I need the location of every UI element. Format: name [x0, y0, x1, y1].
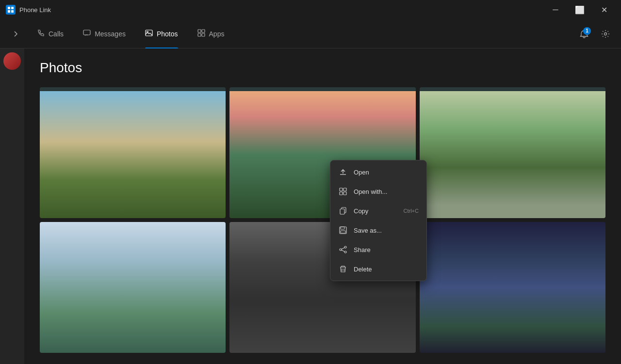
app-title: Phone Link [19, 6, 51, 14]
photos-icon [145, 29, 153, 39]
nav-item-messages[interactable]: Messages [73, 19, 135, 48]
nav-label-messages: Messages [95, 30, 126, 38]
notification-button[interactable]: 1 [576, 26, 592, 42]
copy-label: Copy [354, 207, 368, 215]
photo-item-6[interactable] [420, 222, 605, 353]
svg-rect-10 [202, 33, 205, 36]
nav-label-photos: Photos [157, 30, 178, 38]
nav-expand-button[interactable] [8, 26, 23, 42]
nav-item-photos[interactable]: Photos [135, 19, 188, 48]
svg-rect-9 [198, 33, 201, 36]
svg-rect-12 [340, 188, 343, 191]
svg-rect-4 [83, 30, 90, 35]
messages-icon [83, 29, 91, 39]
svg-rect-19 [341, 227, 344, 229]
open-with-label: Open with... [354, 188, 387, 195]
open-with-icon [338, 187, 348, 196]
open-label: Open [354, 169, 369, 176]
svg-rect-2 [8, 10, 10, 13]
photo-item-4[interactable] [40, 222, 226, 353]
svg-point-21 [340, 249, 342, 251]
main-content: Photos [24, 48, 621, 364]
nav-bar: Calls Messages Photos [0, 19, 621, 48]
context-menu-share[interactable]: Share [330, 240, 426, 259]
nav-label-calls: Calls [49, 30, 64, 38]
svg-rect-3 [11, 10, 14, 13]
copy-shortcut: Ctrl+C [404, 208, 419, 214]
svg-rect-8 [202, 30, 205, 32]
svg-rect-14 [340, 192, 343, 195]
open-icon [338, 167, 348, 177]
page-title: Photos [40, 60, 605, 76]
svg-rect-17 [340, 209, 344, 214]
context-menu-open[interactable]: Open [330, 162, 426, 182]
sidebar [0, 48, 24, 364]
share-icon [338, 245, 348, 254]
svg-rect-15 [343, 192, 346, 195]
calls-icon [37, 29, 45, 39]
svg-rect-20 [341, 231, 345, 233]
context-menu: Open Open with... Copy Ctrl+C [330, 160, 427, 281]
svg-point-23 [344, 251, 346, 253]
photo-item-1[interactable] [40, 87, 226, 218]
app-icon [6, 5, 16, 15]
svg-rect-7 [198, 30, 201, 32]
close-button[interactable]: ✕ [593, 2, 615, 17]
save-as-icon [338, 225, 348, 235]
apps-icon [197, 29, 205, 39]
notification-badge: 1 [583, 27, 591, 35]
delete-icon [338, 264, 348, 274]
svg-rect-1 [11, 7, 14, 9]
context-menu-delete[interactable]: Delete [330, 259, 426, 279]
svg-point-22 [344, 246, 346, 248]
save-as-label: Save as... [354, 227, 382, 234]
window-controls: ─ ⬜ ✕ [544, 2, 615, 17]
title-bar: Phone Link ─ ⬜ ✕ [0, 0, 621, 19]
share-label: Share [354, 246, 371, 253]
minimize-button[interactable]: ─ [544, 2, 567, 17]
context-menu-open-with[interactable]: Open with... [330, 182, 426, 201]
context-menu-save-as[interactable]: Save as... [330, 221, 426, 240]
nav-item-calls[interactable]: Calls [27, 19, 73, 48]
nav-items: Calls Messages Photos [27, 19, 576, 48]
nav-right: 1 [576, 26, 613, 42]
svg-rect-13 [343, 188, 346, 191]
photo-item-3[interactable] [420, 87, 605, 218]
maximize-button[interactable]: ⬜ [569, 2, 591, 17]
svg-rect-5 [146, 30, 152, 36]
settings-button[interactable] [598, 26, 613, 42]
nav-label-apps: Apps [209, 30, 225, 38]
title-bar-left: Phone Link [6, 5, 51, 15]
avatar[interactable] [3, 52, 21, 70]
photo-grid [40, 87, 605, 353]
svg-rect-0 [8, 7, 10, 9]
copy-icon [338, 206, 348, 216]
nav-item-apps[interactable]: Apps [188, 19, 234, 48]
context-menu-copy[interactable]: Copy Ctrl+C [330, 201, 426, 221]
svg-point-11 [605, 32, 607, 35]
delete-label: Delete [354, 266, 372, 273]
